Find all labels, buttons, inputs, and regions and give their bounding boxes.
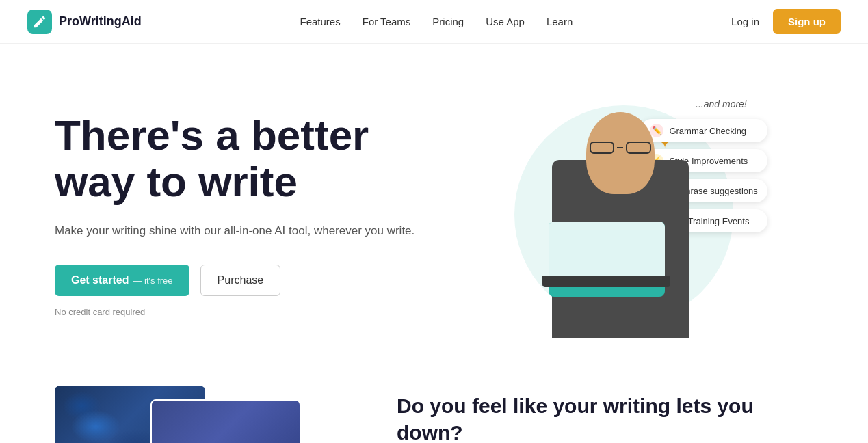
logo[interactable]: ProWritingAid — [27, 10, 142, 34]
navbar: ProWritingAid Features For Teams Pricing… — [0, 0, 868, 44]
purchase-button[interactable]: Purchase — [200, 265, 281, 296]
hero-illustration: ✦ ...and more! ✏️ Grammar Checking ⚡ Sty… — [487, 92, 761, 338]
nav-features[interactable]: Features — [300, 16, 341, 27]
section2: My idea in my head Do you feel like your… — [0, 372, 868, 443]
section2-images: My idea in my head — [55, 386, 342, 443]
login-button[interactable]: Log in — [731, 16, 759, 27]
hero-buttons: Get started — it's free Purchase — [55, 265, 434, 296]
nav-actions: Log in Sign up — [731, 9, 841, 34]
nav-use-app[interactable]: Use App — [486, 16, 525, 27]
no-credit-text: No credit card required — [55, 307, 434, 317]
glasses — [590, 141, 651, 155]
image-second — [150, 399, 301, 443]
nav-learn[interactable]: Learn — [547, 16, 573, 27]
hero-left: There's a better way to write Make your … — [55, 112, 434, 318]
laptop — [549, 222, 665, 297]
person-figure — [542, 112, 699, 338]
logo-icon — [27, 10, 52, 34]
nav-pricing[interactable]: Pricing — [432, 16, 464, 27]
hero-title: There's a better way to write — [55, 112, 434, 205]
section2-title: Do you feel like your writing lets you d… — [397, 392, 813, 443]
nav-links: Features For Teams Pricing Use App Learn — [300, 16, 573, 27]
free-label: — it's free — [133, 276, 172, 286]
hero-right: ✦ ...and more! ✏️ Grammar Checking ⚡ Sty… — [434, 85, 814, 345]
and-more-label: ...and more! — [696, 98, 747, 109]
hero-section: There's a better way to write Make your … — [0, 44, 868, 372]
section2-text: Do you feel like your writing lets you d… — [397, 386, 813, 443]
image-stack: My idea in my head — [55, 386, 301, 443]
hero-subtitle: Make your writing shine with our all-in-… — [55, 222, 434, 240]
logo-text: ProWritingAid — [59, 14, 142, 29]
nav-for-teams[interactable]: For Teams — [363, 16, 411, 27]
signup-button[interactable]: Sign up — [773, 9, 841, 34]
get-started-button[interactable]: Get started — it's free — [55, 265, 189, 296]
